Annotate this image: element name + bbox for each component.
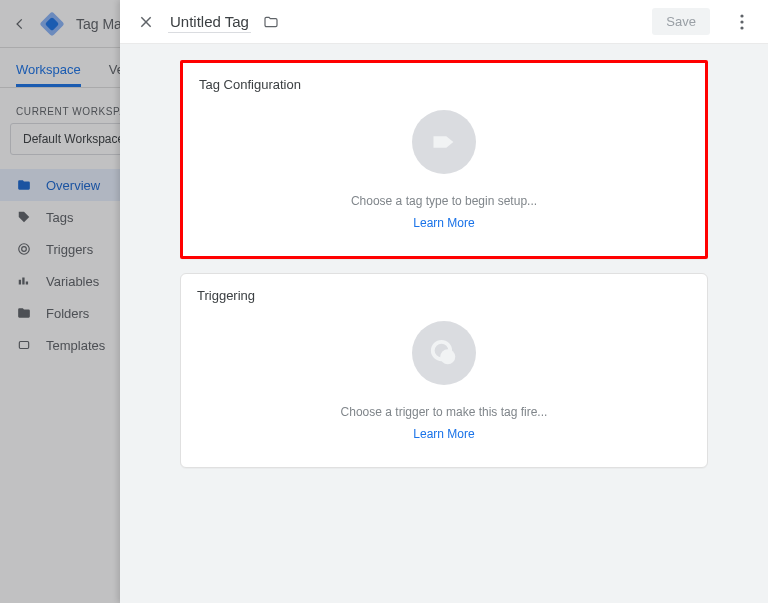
- triggering-card[interactable]: Triggering Choose a trigger to make this…: [180, 273, 708, 468]
- folder-outline-icon[interactable]: [263, 14, 279, 30]
- panel-header: Untitled Tag Save: [120, 0, 768, 44]
- tag-editor-panel: Untitled Tag Save Tag Configuration Choo…: [120, 0, 768, 603]
- trigger-helper-text: Choose a trigger to make this tag fire..…: [341, 405, 548, 419]
- tag-learn-more-link[interactable]: Learn More: [413, 216, 474, 230]
- svg-point-5: [740, 14, 743, 17]
- tag-configuration-card[interactable]: Tag Configuration Choose a tag type to b…: [180, 60, 708, 259]
- trigger-learn-more-link[interactable]: Learn More: [413, 427, 474, 441]
- kebab-menu-icon[interactable]: [732, 12, 752, 32]
- card-heading: Triggering: [181, 274, 707, 307]
- tag-name-input[interactable]: Untitled Tag: [168, 11, 251, 33]
- svg-point-7: [740, 26, 743, 29]
- close-icon[interactable]: [136, 12, 156, 32]
- svg-point-6: [740, 20, 743, 23]
- tag-helper-text: Choose a tag type to begin setup...: [351, 194, 537, 208]
- tag-placeholder-icon: [412, 110, 476, 174]
- panel-body: Tag Configuration Choose a tag type to b…: [120, 44, 768, 603]
- card-heading: Tag Configuration: [183, 63, 705, 96]
- save-button[interactable]: Save: [652, 8, 710, 35]
- svg-point-9: [440, 349, 455, 364]
- trigger-placeholder-icon: [412, 321, 476, 385]
